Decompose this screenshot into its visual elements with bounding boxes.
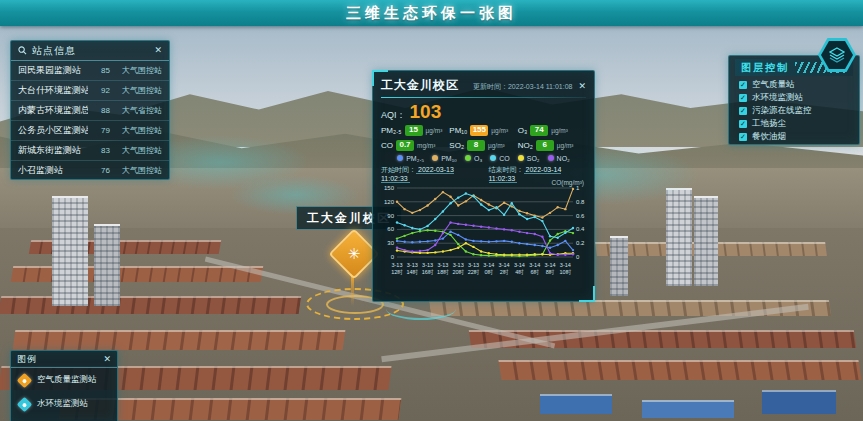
- pollutant-value-badge: 15: [405, 125, 423, 136]
- legend-dot-icon: [548, 155, 554, 161]
- legend-dot-icon: [432, 155, 438, 161]
- app-root: { "header": { "title": "三维生态环保一张图" }, "u…: [0, 0, 863, 421]
- checkbox-checked-icon[interactable]: ✓: [739, 81, 747, 89]
- chart-legend-item[interactable]: SO₂: [518, 155, 540, 162]
- station-row[interactable]: 公务员小区监测站79大气国控站: [11, 121, 169, 141]
- station-diamond-icon: [17, 396, 33, 412]
- pollutant-metric: O₃74µg/m³: [518, 125, 586, 136]
- pollutant-metric: PM₂.₅15µg/m³: [381, 125, 449, 136]
- update-time-label: 更新时间：: [473, 83, 508, 90]
- svg-text:3-1322时: 3-1322时: [468, 262, 480, 275]
- station-row[interactable]: 小召监测站76大气国控站: [11, 161, 169, 180]
- update-time-value: 2022-03-14 11:01:08: [508, 83, 572, 90]
- warehouse-roof: [762, 390, 836, 414]
- legend-item: 空气质量监测站: [11, 368, 117, 392]
- checkbox-checked-icon[interactable]: ✓: [739, 133, 747, 141]
- air-quality-popup: 工大金川校区 更新时间：2022-03-14 11:01:08 ✕ AQI： 1…: [372, 70, 595, 302]
- pollutant-value-badge: 0.7: [396, 140, 414, 151]
- pollutant-label: CO: [381, 141, 393, 150]
- svg-text:3-1312时: 3-1312时: [391, 262, 403, 275]
- station-type: 大气国控站: [116, 145, 162, 156]
- station-aqi: 85: [88, 66, 110, 75]
- legend-dot-icon: [465, 155, 471, 161]
- end-time-label: 结束时间：: [489, 166, 524, 173]
- app-header: 三维生态环保一张图: [0, 0, 863, 26]
- svg-text:3-140时: 3-140时: [483, 262, 494, 275]
- pollutant-unit: mg/m³: [417, 142, 435, 149]
- layer-panel-title: 图层控制: [735, 61, 795, 75]
- station-list-panel: 站点信息 ✕ 回民果园监测站85大气国控站大台什环境监测站92大气国控站内蒙古环…: [10, 40, 170, 180]
- checkbox-checked-icon[interactable]: ✓: [739, 120, 747, 128]
- corner-accent: [372, 70, 388, 86]
- station-list-header: 站点信息 ✕: [11, 41, 169, 61]
- divider: [381, 97, 586, 98]
- chart-legend-item[interactable]: CO: [490, 155, 510, 162]
- pollutant-metrics: PM₂.₅15µg/m³PM₁₀155µg/m³O₃74µg/m³CO0.7mg…: [381, 125, 586, 151]
- svg-text:0.2: 0.2: [576, 240, 585, 246]
- svg-text:3-1314时: 3-1314时: [406, 262, 418, 275]
- svg-text:120: 120: [384, 198, 395, 204]
- station-aqi: 92: [88, 86, 110, 95]
- warehouse-roof: [540, 394, 612, 414]
- legend-label: CO: [499, 155, 510, 162]
- building-row: [13, 330, 346, 350]
- legend-items: 空气质量监测站水环境监测站: [11, 368, 117, 416]
- layer-item[interactable]: ✓污染源在线监控: [729, 104, 859, 117]
- station-row[interactable]: 新城东街监测站83大气国控站: [11, 141, 169, 161]
- legend-label: NO₂: [557, 155, 570, 162]
- station-name: 大台什环境监测站: [18, 84, 88, 97]
- station-name: 新城东街监测站: [18, 144, 88, 157]
- svg-text:3-142时: 3-142时: [499, 262, 510, 275]
- layer-label: 空气质量站: [752, 79, 795, 91]
- close-icon[interactable]: ✕: [103, 355, 111, 364]
- layer-label: 水环境监测站: [752, 92, 803, 104]
- station-aqi: 88: [88, 106, 110, 115]
- svg-text:150: 150: [384, 185, 395, 191]
- layer-item[interactable]: ✓水环境监测站: [729, 91, 859, 104]
- layer-label: 餐饮油烟: [752, 131, 786, 143]
- pollutant-value-badge: 74: [530, 125, 548, 136]
- close-icon[interactable]: ✕: [578, 82, 586, 91]
- layer-item[interactable]: ✓工地扬尘: [729, 117, 859, 130]
- chart-legend-item[interactable]: NO₂: [548, 155, 570, 162]
- station-row[interactable]: 大台什环境监测站92大气国控站: [11, 81, 169, 101]
- station-aqi: 76: [88, 166, 110, 175]
- station-row[interactable]: 内蒙古环境监测总站88大气省控站: [11, 101, 169, 121]
- layer-item[interactable]: ✓空气质量站: [729, 78, 859, 91]
- pollutant-unit: µg/m³: [557, 142, 574, 149]
- corner-accent: [579, 286, 595, 302]
- tower-building: [52, 196, 88, 306]
- station-name: 回民果园监测站: [18, 64, 88, 77]
- station-name: 内蒙古环境监测总站: [18, 104, 88, 117]
- start-time-label: 开始时间：: [381, 166, 416, 173]
- chart-legend-item[interactable]: PM₁₀: [432, 155, 457, 162]
- station-type: 大气国控站: [116, 85, 162, 96]
- tower-building: [610, 236, 628, 296]
- close-icon[interactable]: ✕: [154, 46, 162, 55]
- legend-dot-icon: [518, 155, 524, 161]
- chart-legend-item[interactable]: PM₂.₅: [397, 155, 424, 162]
- legend-item-label: 空气质量监测站: [37, 374, 97, 386]
- pollutant-unit: µg/m³: [488, 142, 505, 149]
- legend-title: 图例: [17, 353, 103, 366]
- building-row: [498, 360, 861, 380]
- layers-icon: [828, 47, 846, 63]
- popup-chart-svg: 030609012015000.20.40.60.813-1312时3-1314…: [381, 183, 588, 280]
- pinwheel-icon: ✳: [338, 238, 370, 270]
- pollutant-unit: µg/m³: [491, 127, 508, 134]
- right-axis-title: CO(mg/m³): [552, 179, 585, 186]
- pollutant-chart: CO(mg/m³) 030609012015000.20.40.60.813-1…: [381, 183, 586, 284]
- checkbox-checked-icon[interactable]: ✓: [739, 107, 747, 115]
- checkbox-checked-icon[interactable]: ✓: [739, 94, 747, 102]
- station-type: 大气国控站: [116, 125, 162, 136]
- station-aqi: 79: [88, 126, 110, 135]
- station-list-title: 站点信息: [32, 44, 149, 58]
- pollutant-label: O₃: [518, 126, 527, 135]
- chart-legend-item[interactable]: O₃: [465, 155, 482, 162]
- legend-dot-icon: [490, 155, 496, 161]
- layer-item[interactable]: ✓餐饮油烟: [729, 130, 859, 143]
- station-rows: 回民果园监测站85大气国控站大台什环境监测站92大气国控站内蒙古环境监测总站88…: [11, 61, 169, 180]
- page-title: 三维生态环保一张图: [346, 4, 517, 23]
- pollutant-metric: SO₂8µg/m³: [449, 140, 517, 151]
- station-row[interactable]: 回民果园监测站85大气国控站: [11, 61, 169, 81]
